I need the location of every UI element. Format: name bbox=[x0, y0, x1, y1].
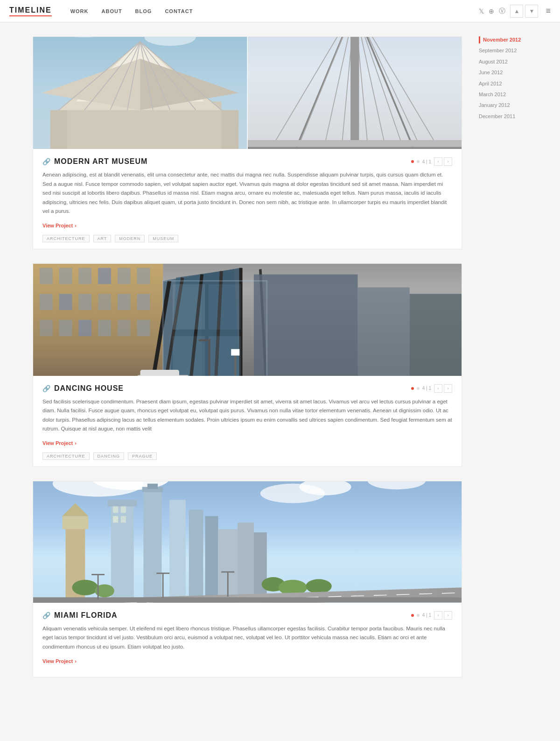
view-project-museum[interactable]: View Project › bbox=[42, 223, 77, 228]
svg-rect-96 bbox=[108, 500, 137, 507]
sidebar-item-nov2012[interactable]: November 2012 bbox=[479, 36, 529, 43]
page-prev-dancing[interactable]: ‹ bbox=[434, 384, 442, 393]
nav-contact[interactable]: CONTACT bbox=[165, 8, 193, 14]
svg-rect-73 bbox=[173, 284, 205, 329]
dot-active-miami bbox=[411, 614, 414, 617]
twitter-icon[interactable]: 𝕏 bbox=[479, 7, 484, 15]
museum-image-container bbox=[33, 37, 462, 149]
svg-rect-103 bbox=[147, 484, 158, 489]
svg-rect-34 bbox=[248, 140, 462, 147]
tag-prague[interactable]: PRAGUE bbox=[128, 452, 157, 460]
title-row-dancing: 🔗 DANCING HOUSE 4 | 1 ‹ › bbox=[42, 384, 452, 393]
project-card-miami: 🔗 MIAMI FLORIDA 4 | 1 ‹ › bbox=[33, 481, 462, 677]
svg-rect-84 bbox=[234, 352, 236, 375]
project-card-dancing: 🔗 DANCING HOUSE 4 | 1 ‹ › bbox=[33, 263, 462, 467]
page-nums-museum: 4 | 1 bbox=[422, 159, 431, 164]
dot-inactive bbox=[417, 160, 420, 163]
dancing-image bbox=[33, 264, 462, 376]
page-nav-miami: ‹ › bbox=[434, 611, 452, 620]
svg-rect-79 bbox=[140, 370, 179, 376]
museum-image-right bbox=[248, 37, 462, 149]
museum-image-left bbox=[33, 37, 247, 149]
svg-rect-43 bbox=[78, 268, 91, 284]
svg-rect-42 bbox=[59, 268, 72, 284]
title-row-museum: 🔗 MODERN ART MUSEUM 4 | 1 ‹ › bbox=[42, 157, 452, 166]
page-prev-miami[interactable]: ‹ bbox=[434, 611, 442, 620]
tag-dancing[interactable]: DANCING bbox=[93, 452, 125, 460]
svg-rect-45 bbox=[118, 268, 131, 284]
svg-rect-47 bbox=[40, 294, 53, 310]
svg-rect-58 bbox=[137, 320, 150, 336]
sidebar-item-jan2012[interactable]: January 2012 bbox=[479, 102, 529, 109]
page-prev-museum[interactable]: ‹ bbox=[434, 157, 442, 166]
desc-dancing: Sed facilisis scelerisque condimentum. P… bbox=[42, 397, 452, 434]
svg-rect-97 bbox=[113, 506, 118, 513]
tag-modern[interactable]: MODERN bbox=[115, 235, 145, 242]
svg-rect-85 bbox=[231, 349, 239, 355]
sidebar-item-aug2012[interactable]: August 2012 bbox=[479, 58, 529, 65]
svg-rect-56 bbox=[98, 320, 111, 336]
nav-about[interactable]: ABOUT bbox=[102, 8, 122, 14]
svg-rect-50 bbox=[98, 294, 111, 310]
tag-architecture-museum[interactable]: ARCHITECTURE bbox=[42, 235, 90, 242]
sidebar-item-sep2012[interactable]: September 2012 bbox=[479, 47, 529, 54]
header: TIMELINE WORK ABOUT BLOG CONTACT 𝕏 ⊕ Ⓥ ▲… bbox=[0, 0, 560, 22]
nav-work[interactable]: WORK bbox=[70, 8, 89, 14]
menu-icon[interactable]: ≡ bbox=[546, 6, 551, 16]
tags-museum: ARCHITECTURE ART MODERN MUSEUM bbox=[42, 235, 452, 242]
dot-active bbox=[411, 160, 414, 163]
tag-architecture-dancing[interactable]: ARCHITECTURE bbox=[42, 452, 90, 460]
view-project-dancing[interactable]: View Project › bbox=[42, 440, 77, 446]
pagination-miami: 4 | 1 ‹ › bbox=[411, 611, 452, 620]
sidebar-item-dec2011[interactable]: December 2011 bbox=[479, 113, 529, 120]
page-next-museum[interactable]: › bbox=[444, 157, 452, 166]
sidebar-item-jun2012[interactable]: June 2012 bbox=[479, 69, 529, 76]
down-arrow-button[interactable]: ▼ bbox=[525, 5, 538, 18]
project-info-museum: 🔗 MODERN ART MUSEUM 4 | 1 ‹ › bbox=[33, 149, 462, 249]
desc-miami: Aliquam venenatis vehicula semper. Ut el… bbox=[42, 624, 452, 652]
page-next-miami[interactable]: › bbox=[444, 611, 452, 620]
page-next-dancing[interactable]: › bbox=[444, 384, 452, 393]
svg-point-114 bbox=[306, 579, 332, 593]
header-nav-arrows: ▲ ▼ bbox=[510, 5, 538, 18]
main-content: 🔗 MODERN ART MUSEUM 4 | 1 ‹ › bbox=[23, 32, 471, 696]
svg-rect-49 bbox=[78, 294, 91, 310]
svg-point-110 bbox=[72, 580, 98, 595]
svg-rect-55 bbox=[78, 320, 91, 336]
svg-rect-108 bbox=[238, 522, 254, 600]
project-info-dancing: 🔗 DANCING HOUSE 4 | 1 ‹ › bbox=[33, 376, 462, 466]
project-title-dancing: DANCING HOUSE bbox=[54, 384, 124, 393]
dot-inactive-miami bbox=[417, 614, 420, 617]
sidebar: November 2012 September 2012 August 2012… bbox=[471, 32, 537, 696]
svg-rect-53 bbox=[40, 320, 53, 336]
vimeo-icon[interactable]: Ⓥ bbox=[499, 7, 505, 15]
svg-rect-105 bbox=[189, 509, 203, 600]
nav-blog[interactable]: BLOG bbox=[135, 8, 152, 14]
header-icons: 𝕏 ⊕ Ⓥ ▲ ▼ ≡ bbox=[479, 5, 551, 18]
main-nav: WORK ABOUT BLOG CONTACT bbox=[70, 8, 479, 14]
dot-inactive-dancing bbox=[417, 387, 420, 390]
up-arrow-button[interactable]: ▲ bbox=[510, 5, 523, 18]
svg-rect-71 bbox=[410, 294, 462, 376]
target-icon[interactable]: ⊕ bbox=[489, 7, 494, 15]
view-project-miami[interactable]: View Project › bbox=[42, 658, 77, 664]
svg-rect-35 bbox=[248, 147, 462, 149]
svg-rect-57 bbox=[118, 320, 131, 336]
svg-rect-54 bbox=[59, 320, 72, 336]
tag-art[interactable]: ART bbox=[93, 235, 112, 242]
page-num-dancing: 4 | 1 bbox=[422, 386, 431, 391]
tag-museum[interactable]: MUSEUM bbox=[148, 235, 178, 242]
dot-active-dancing bbox=[411, 387, 414, 390]
miami-image-container bbox=[33, 481, 462, 603]
project-info-miami: 🔗 MIAMI FLORIDA 4 | 1 ‹ › bbox=[33, 603, 462, 677]
page-nums-dancing: 4 | 1 bbox=[422, 386, 431, 391]
title-row-miami: 🔗 MIAMI FLORIDA 4 | 1 ‹ › bbox=[42, 611, 452, 620]
page-nums-miami: 4 | 1 bbox=[422, 613, 431, 618]
logo: TIMELINE bbox=[9, 6, 52, 16]
project-title-miami: MIAMI FLORIDA bbox=[54, 611, 118, 620]
pagination-museum: 4 | 1 ‹ › bbox=[411, 157, 452, 166]
svg-rect-99 bbox=[113, 516, 118, 522]
sidebar-item-mar2012[interactable]: March 2012 bbox=[479, 91, 529, 98]
sidebar-item-apr2012[interactable]: April 2012 bbox=[479, 80, 529, 87]
svg-rect-74 bbox=[209, 284, 241, 329]
